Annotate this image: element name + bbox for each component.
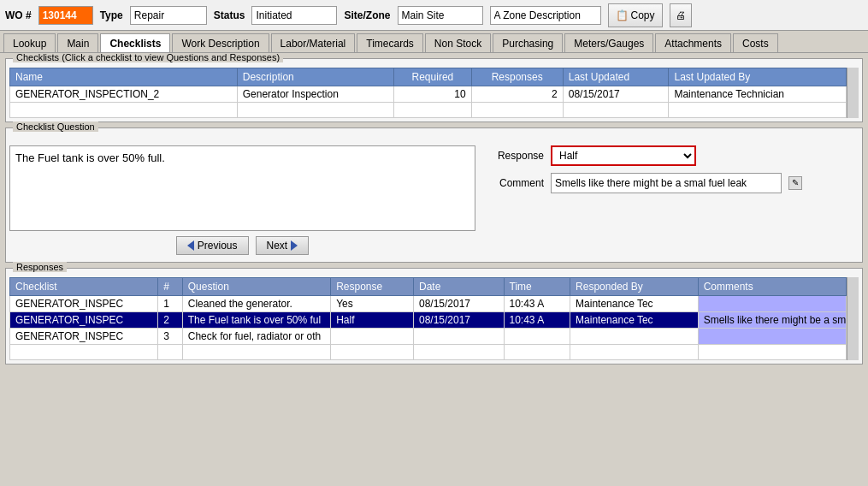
tab-lookup[interactable]: Lookup [3, 33, 56, 52]
responses-legend: Responses [13, 262, 67, 272]
resp-time-3 [504, 329, 570, 345]
resp-by-2: Maintenance Tec [570, 312, 699, 329]
checklists-scrollbar[interactable] [847, 68, 859, 118]
col-name: Name [10, 68, 238, 86]
previous-icon [187, 240, 194, 251]
resp-col-question: Question [182, 278, 330, 296]
resp-col-response: Response [331, 278, 414, 296]
comment-input[interactable] [551, 173, 782, 193]
checklist-last-updated: 08/15/2017 [563, 86, 669, 103]
checklist-name: GENERATOR_INSPECTION_2 [10, 86, 238, 103]
response-label: Response [484, 150, 544, 162]
response-row-empty [10, 345, 847, 360]
checklist-description: Generator Inspection [237, 86, 393, 103]
next-icon [291, 240, 298, 251]
response-row-1[interactable]: GENERATOR_INSPEC 1 Cleaned the generator… [10, 296, 847, 312]
resp-checklist-2: GENERATOR_INSPEC [10, 312, 158, 329]
tab-checklists[interactable]: Checklists [100, 33, 170, 52]
checklist-last-updated-by: Maintenance Technician [669, 86, 847, 103]
question-legend: Checklist Question [13, 122, 98, 132]
question-text: The Fuel tank is over 50% full. [9, 145, 475, 231]
responses-section: Responses Checklist # Question Response … [5, 268, 863, 364]
resp-date-3 [413, 329, 504, 345]
main-content: Checklists (Click a checklist to view Qu… [0, 53, 868, 486]
wo-number-input[interactable] [38, 6, 93, 25]
responses-table: Checklist # Question Response Date Time … [9, 277, 847, 360]
resp-date-1: 08/15/2017 [413, 296, 504, 312]
response-row-3[interactable]: GENERATOR_INSPEC 3 Check for fuel, radia… [10, 329, 847, 345]
next-button[interactable]: Next [256, 236, 310, 255]
resp-time-1: 10:43 A [504, 296, 570, 312]
resp-col-responded-by: Responded By [570, 278, 699, 296]
resp-col-comments: Comments [698, 278, 846, 296]
copy-button[interactable]: 📋 Copy [608, 3, 663, 27]
site-label: Site/Zone [344, 9, 390, 21]
type-input[interactable] [130, 6, 207, 25]
comment-row: Comment ✎ [484, 173, 859, 193]
zone-input[interactable] [490, 6, 601, 25]
print-icon: 🖨 [676, 9, 686, 21]
resp-checklist-1: GENERATOR_INSPEC [10, 296, 158, 312]
tab-costs[interactable]: Costs [733, 33, 778, 52]
print-button[interactable]: 🖨 [670, 3, 692, 27]
comment-edit-icon[interactable]: ✎ [788, 176, 802, 190]
responses-scrollbar[interactable] [847, 277, 859, 360]
question-right: Response Half Full Empty Quarter Comment… [484, 145, 859, 193]
tab-labor-material[interactable]: Labor/Material [271, 33, 356, 52]
previous-button[interactable]: Previous [176, 236, 249, 255]
wo-label: WO # [5, 9, 32, 21]
tab-meters-gauges[interactable]: Meters/Gauges [564, 33, 653, 52]
checklist-required: 10 [394, 86, 471, 103]
tab-main[interactable]: Main [57, 33, 98, 52]
tab-timecards[interactable]: Timecards [357, 33, 423, 52]
tab-non-stock[interactable]: Non Stock [425, 33, 491, 52]
checklists-table-container: Name Description Required Responses Last… [9, 68, 859, 118]
tab-purchasing[interactable]: Purchasing [493, 33, 563, 52]
response-row-2[interactable]: GENERATOR_INSPEC 2 The Fuel tank is over… [10, 312, 847, 329]
resp-col-time: Time [504, 278, 570, 296]
checklist-row-empty [10, 103, 847, 118]
responses-table-container: Checklist # Question Response Date Time … [9, 277, 859, 360]
tabs-bar: Lookup Main Checklists Work Description … [0, 31, 868, 53]
next-label: Next [267, 240, 288, 252]
col-last-updated: Last Updated [563, 68, 669, 86]
header-bar: WO # Type Status Site/Zone 📋 Copy 🖨 [0, 0, 868, 31]
resp-question-3: Check for fuel, radiator or oth [182, 329, 330, 345]
resp-comments-3 [698, 329, 846, 345]
resp-col-date: Date [413, 278, 504, 296]
col-description: Description [237, 68, 393, 86]
resp-num-3: 3 [158, 329, 182, 345]
site-input[interactable] [398, 6, 483, 25]
resp-time-2: 10:43 A [504, 312, 570, 329]
type-label: Type [100, 9, 123, 21]
checklist-responses: 2 [471, 86, 563, 103]
resp-question-1: Cleaned the generator. [182, 296, 330, 312]
checklist-row-1[interactable]: GENERATOR_INSPECTION_2 Generator Inspect… [10, 86, 847, 103]
comment-label: Comment [484, 177, 544, 189]
copy-icon: 📋 [616, 9, 629, 21]
nav-buttons: Previous Next [9, 236, 475, 255]
checklist-question-section: Checklist Question The Fuel tank is over… [5, 127, 863, 263]
resp-by-3 [570, 329, 699, 345]
status-input[interactable] [251, 6, 337, 25]
resp-comments-2: Smells like there might be a sm [698, 312, 846, 329]
tab-attachments[interactable]: Attachments [655, 33, 731, 52]
response-select[interactable]: Half Full Empty Quarter [551, 145, 696, 166]
previous-label: Previous [198, 240, 238, 252]
checklists-table: Name Description Required Responses Last… [9, 68, 847, 118]
copy-label: Copy [631, 9, 655, 21]
col-responses: Responses [471, 68, 563, 86]
response-row: Response Half Full Empty Quarter [484, 145, 859, 166]
resp-num-2: 2 [158, 312, 182, 329]
resp-response-2: Half [331, 312, 414, 329]
checklists-section: Checklists (Click a checklist to view Qu… [5, 58, 863, 122]
question-content: The Fuel tank is over 50% full. Previous… [9, 145, 859, 255]
resp-response-1: Yes [331, 296, 414, 312]
tab-work-description[interactable]: Work Description [172, 33, 269, 52]
status-label: Status [214, 9, 245, 21]
resp-date-2: 08/15/2017 [413, 312, 504, 329]
resp-checklist-3: GENERATOR_INSPEC [10, 329, 158, 345]
resp-response-3 [331, 329, 414, 345]
resp-num-1: 1 [158, 296, 182, 312]
col-required: Required [394, 68, 471, 86]
